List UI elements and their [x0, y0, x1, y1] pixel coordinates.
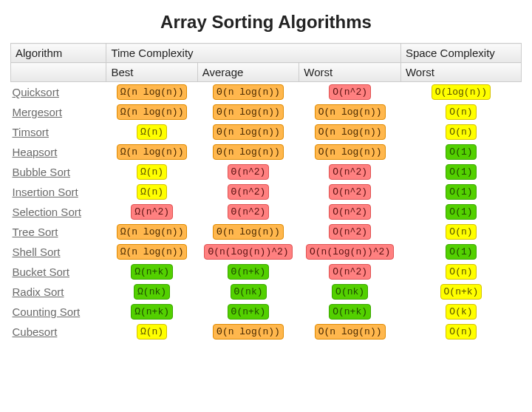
complexity-space: O(log(n))	[432, 84, 491, 100]
complexity-worst: O(n log(n))	[315, 124, 386, 140]
header-algorithm: Algorithm	[11, 44, 106, 63]
complexity-worst: O(n^2)	[329, 224, 371, 240]
complexity-average: Θ(n^2)	[228, 204, 270, 220]
table-row: Tree SortΩ(n log(n))Θ(n log(n))O(n^2)O(n…	[11, 222, 522, 242]
complexity-space: O(1)	[446, 204, 476, 220]
complexity-average: Θ(n log(n))	[213, 224, 284, 240]
algorithm-link[interactable]: Counting Sort	[13, 305, 81, 318]
complexity-space: O(n)	[446, 264, 476, 280]
header-best: Best	[106, 63, 197, 82]
complexity-best: Ω(n)	[137, 164, 167, 180]
complexity-best: Ω(n log(n))	[117, 84, 188, 100]
complexity-average: Θ(n+k)	[228, 264, 270, 280]
table-row: Shell SortΩ(n log(n))Θ(n(log(n))^2)O(n(l…	[11, 242, 522, 262]
table-row: Bucket SortΩ(n+k)Θ(n+k)O(n^2)O(n)	[11, 262, 522, 282]
complexity-space: O(1)	[446, 244, 476, 260]
header-space: Space Complexity	[400, 44, 521, 63]
algorithm-link[interactable]: Heapsort	[13, 146, 58, 158]
algorithm-link[interactable]: Cubesort	[13, 325, 58, 338]
complexity-average: Θ(n(log(n))^2)	[204, 244, 292, 260]
complexity-best: Ω(n)	[137, 124, 167, 140]
complexity-average: Θ(n log(n))	[213, 124, 284, 140]
complexity-worst: O(n(log(n))^2)	[306, 244, 394, 260]
complexity-space: O(k)	[446, 304, 476, 320]
table-row: Bubble SortΩ(n)Θ(n^2)O(n^2)O(1)	[11, 162, 522, 182]
complexity-worst: O(nk)	[332, 284, 368, 300]
header-space-worst: Worst	[400, 63, 521, 82]
complexity-best: Ω(n)	[137, 184, 167, 200]
complexity-worst: O(n log(n))	[315, 144, 386, 160]
table-row: Insertion SortΩ(n)Θ(n^2)O(n^2)O(1)	[11, 182, 522, 202]
complexity-best: Ω(n+k)	[131, 304, 173, 320]
table-row: QuicksortΩ(n log(n))Θ(n log(n))O(n^2)O(l…	[11, 82, 522, 103]
complexity-space: O(n)	[446, 104, 476, 120]
algorithm-link[interactable]: Mergesort	[13, 106, 63, 118]
complexity-best: Ω(nk)	[134, 284, 170, 300]
table-row: CubesortΩ(n)Θ(n log(n))O(n log(n))O(n)	[11, 322, 522, 342]
algorithm-link[interactable]: Bubble Sort	[13, 166, 70, 178]
algorithm-link[interactable]: Radix Sort	[13, 286, 64, 298]
complexity-average: Θ(n log(n))	[213, 144, 284, 160]
page-title: Array Sorting Algorithms	[10, 12, 522, 33]
header-average: Average	[197, 63, 299, 82]
header-time: Time Complexity	[106, 44, 400, 63]
complexity-worst: O(n^2)	[329, 84, 371, 100]
complexity-average: Θ(nk)	[231, 284, 267, 300]
complexity-space: O(n)	[446, 224, 476, 240]
complexity-worst: O(n^2)	[329, 204, 371, 220]
complexity-best: Ω(n)	[137, 324, 167, 340]
complexity-space: O(1)	[446, 164, 476, 180]
complexity-best: Ω(n log(n))	[117, 244, 188, 260]
algorithm-link[interactable]: Bucket Sort	[13, 266, 70, 278]
table-row: Radix SortΩ(nk)Θ(nk)O(nk)O(n+k)	[11, 282, 522, 302]
complexity-space: O(1)	[446, 184, 476, 200]
table-row: MergesortΩ(n log(n))Θ(n log(n))O(n log(n…	[11, 102, 522, 122]
algorithm-link[interactable]: Selection Sort	[13, 206, 81, 218]
complexity-average: Θ(n log(n))	[213, 84, 284, 100]
complexity-best: Ω(n log(n))	[117, 144, 188, 160]
algorithm-link[interactable]: Quicksort	[13, 86, 59, 98]
complexity-average: Θ(n log(n))	[213, 324, 284, 340]
algorithm-link[interactable]: Insertion Sort	[13, 186, 78, 198]
complexity-space: O(n+k)	[440, 284, 482, 300]
complexity-average: Θ(n log(n))	[213, 104, 284, 120]
table-row: TimsortΩ(n)Θ(n log(n))O(n log(n))O(n)	[11, 122, 522, 142]
table-row: Counting SortΩ(n+k)Θ(n+k)O(n+k)O(k)	[11, 302, 522, 322]
complexity-average: Θ(n^2)	[228, 184, 270, 200]
complexity-worst: O(n log(n))	[315, 104, 386, 120]
complexity-average: Θ(n+k)	[228, 304, 270, 320]
complexity-worst: O(n^2)	[329, 164, 371, 180]
complexity-worst: O(n+k)	[329, 304, 371, 320]
table-row: HeapsortΩ(n log(n))Θ(n log(n))O(n log(n)…	[11, 142, 522, 162]
header-blank	[11, 63, 106, 82]
complexity-space: O(1)	[446, 144, 476, 160]
complexity-space: O(n)	[446, 324, 476, 340]
complexity-best: Ω(n+k)	[131, 264, 173, 280]
complexity-worst: O(n^2)	[329, 184, 371, 200]
complexity-worst: O(n^2)	[329, 264, 371, 280]
algorithm-link[interactable]: Shell Sort	[13, 246, 61, 258]
complexity-best: Ω(n^2)	[131, 204, 173, 220]
complexity-worst: O(n log(n))	[315, 324, 386, 340]
sorting-table: Algorithm Time Complexity Space Complexi…	[10, 43, 522, 342]
complexity-average: Θ(n^2)	[228, 164, 270, 180]
header-worst: Worst	[299, 63, 401, 82]
complexity-best: Ω(n log(n))	[117, 104, 188, 120]
table-row: Selection SortΩ(n^2)Θ(n^2)O(n^2)O(1)	[11, 202, 522, 222]
algorithm-link[interactable]: Timsort	[13, 126, 49, 138]
algorithm-link[interactable]: Tree Sort	[13, 226, 58, 238]
complexity-space: O(n)	[446, 124, 476, 140]
complexity-best: Ω(n log(n))	[117, 224, 188, 240]
